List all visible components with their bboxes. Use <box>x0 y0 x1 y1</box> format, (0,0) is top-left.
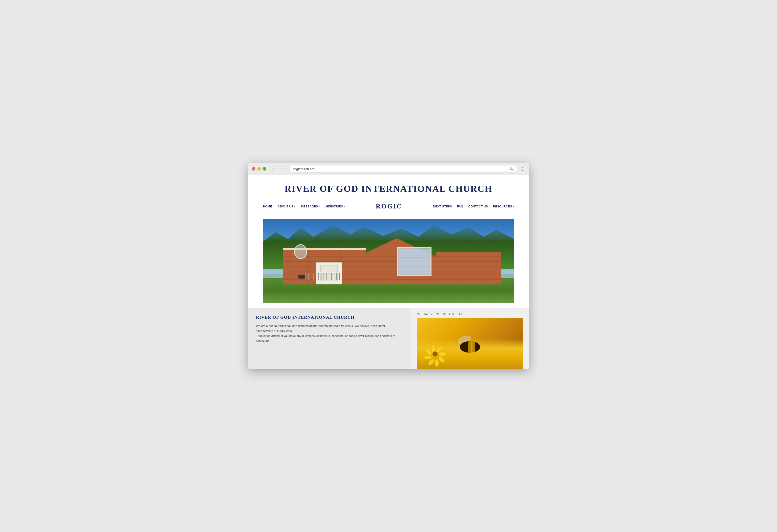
window-pane <box>414 267 430 274</box>
browser-menu-button[interactable]: ⋮ <box>520 166 525 172</box>
window-pane <box>399 267 414 274</box>
website-content: RIVER OF GOD INTERNATIONAL CHURCH HOME A… <box>248 175 529 369</box>
church-info-paragraph1: We are a not-so-traditional, non-denomin… <box>256 323 403 344</box>
url-text: rogichurch.org <box>293 167 315 171</box>
petal <box>432 345 435 352</box>
visual-verse-section: VISUAL VERSE OF THE DAY <box>411 308 529 369</box>
petal <box>427 358 435 366</box>
visual-verse-image <box>417 318 523 369</box>
church-info-title: RIVER OF GOD INTERNATIONAL CHURCH <box>256 315 403 320</box>
nav-item-messages[interactable]: MESSAGES ▾ <box>301 205 320 208</box>
site-title: RIVER OF GOD INTERNATIONAL CHURCH <box>253 183 524 194</box>
railing <box>305 273 340 280</box>
forward-button[interactable]: › <box>280 165 287 172</box>
window-pane <box>399 249 414 257</box>
about-us-dropdown-icon: ▾ <box>294 206 295 208</box>
petal <box>438 356 445 364</box>
church-info-panel: RIVER OF GOD INTERNATIONAL CHURCH We are… <box>248 308 411 369</box>
church-building-image <box>263 219 514 303</box>
bee-stripe <box>471 341 475 353</box>
nav-item-faq[interactable]: FAQ <box>457 205 463 208</box>
close-button[interactable] <box>252 167 255 171</box>
search-button[interactable]: 🔍 <box>509 167 514 171</box>
nav-right: NEXT STEPS FAQ CONTACT US RESOURCES ▾ <box>433 205 514 208</box>
minimize-button[interactable] <box>257 167 261 171</box>
traffic-lights <box>252 167 266 171</box>
window-grid <box>398 248 431 275</box>
bottom-section: RIVER OF GOD INTERNATIONAL CHURCH We are… <box>248 308 529 369</box>
petal <box>435 359 439 367</box>
building <box>283 238 502 285</box>
messages-dropdown-icon: ▾ <box>319 206 320 208</box>
divider-nav-bottom <box>263 214 514 214</box>
nav-item-home[interactable]: HOME <box>263 205 272 208</box>
door-panel-top <box>320 265 338 272</box>
nav-item-ministries[interactable]: MINISTRIES ▾ <box>326 205 345 208</box>
resources-dropdown-icon: ▾ <box>513 206 514 208</box>
maximize-button[interactable] <box>262 167 266 171</box>
nav-item-resources[interactable]: RESOURCES ▾ <box>493 205 514 208</box>
nav-item-about-us[interactable]: ABOUT US ▾ <box>278 205 295 208</box>
nav-logo[interactable]: ROGIC <box>376 203 402 210</box>
bee-body <box>460 341 480 353</box>
nav-left: HOME ABOUT US ▾ MESSAGES ▾ MINISTRIES ▾ <box>263 205 345 208</box>
wall-right <box>436 252 502 284</box>
nav-item-next-steps[interactable]: NEXT STEPS <box>433 205 452 208</box>
visual-verse-label: VISUAL VERSE OF THE DAY <box>417 313 523 315</box>
circle-window <box>294 244 307 259</box>
site-title-section: RIVER OF GOD INTERNATIONAL CHURCH <box>248 175 529 199</box>
address-bar[interactable]: rogichurch.org 🔍 <box>290 165 517 172</box>
browser-window: ‹ › rogichurch.org 🔍 ⋮ RIVER OF GOD INTE… <box>248 163 529 369</box>
petal <box>439 352 446 356</box>
window-pane <box>414 258 430 266</box>
window-pane <box>414 249 430 257</box>
mailbox <box>299 275 305 279</box>
petal <box>424 356 432 359</box>
back-button[interactable]: ‹ <box>269 165 276 172</box>
window-pane <box>399 258 414 266</box>
ministries-dropdown-icon: ▾ <box>344 206 345 208</box>
hero-image <box>263 219 514 303</box>
browser-chrome: ‹ › rogichurch.org 🔍 ⋮ <box>248 163 529 175</box>
flower-center <box>433 352 438 357</box>
nav-bar: HOME ABOUT US ▾ MESSAGES ▾ MINISTRIES ▾ … <box>248 199 529 214</box>
center-window <box>397 247 432 276</box>
nav-item-contact-us[interactable]: CONTACT US <box>468 205 488 208</box>
flower-petals <box>422 341 448 367</box>
